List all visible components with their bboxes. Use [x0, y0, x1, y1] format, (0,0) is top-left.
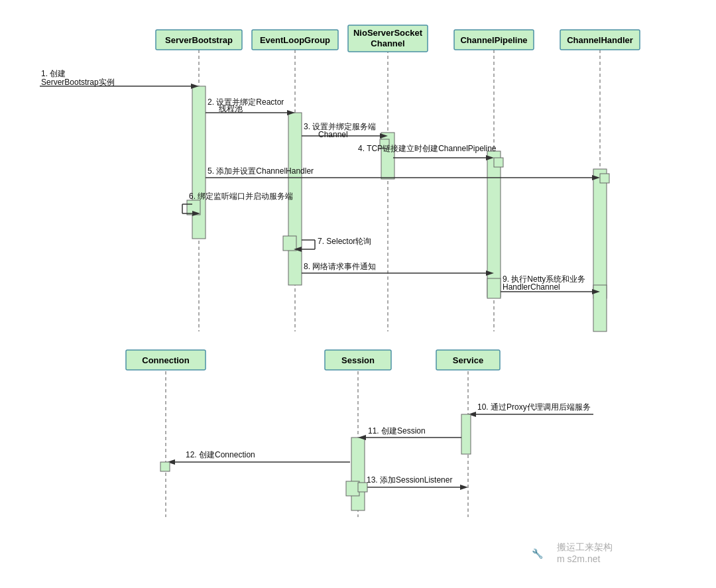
watermark-icon: 🔧	[532, 548, 544, 559]
actor-serverbootstrap-label: ServerBootstrap	[165, 35, 233, 45]
actor-service-label: Service	[453, 355, 483, 365]
cp-create-box	[494, 158, 503, 167]
actor-nioserversocketchannel-label2: Channel	[371, 38, 404, 48]
sess-listener-box	[358, 483, 367, 492]
activation-sess	[351, 438, 365, 510]
activation-sbs-main	[192, 86, 206, 239]
msg13-label: 13. 添加SessionListener	[367, 475, 452, 485]
activation-sess-self	[346, 481, 359, 496]
watermark-text2: m s2m.net	[557, 554, 600, 564]
sequence-diagram: ServerBootstrap EventLoopGroup NioServer…	[0, 0, 716, 588]
actor-connection-label: Connection	[142, 355, 190, 365]
actor-eventloopgroup-label: EventLoopGroup	[260, 35, 330, 45]
msg1-label2: ServerBootstrap实例	[41, 78, 115, 87]
msg12-label: 12. 创建Connection	[186, 450, 255, 459]
msg11-label: 11. 创建Session	[368, 426, 426, 436]
msg10-label: 10. 通过Proxy代理调用后端服务	[477, 402, 591, 412]
svc-activation	[461, 414, 471, 454]
actor-channelpipeline-label: ChannelPipeline	[460, 35, 527, 45]
watermark-text1: 搬运工来架构	[557, 542, 613, 552]
actor-session-label: Session	[341, 355, 375, 365]
msg8-label: 8. 网络请求事件通知	[304, 262, 376, 271]
actor-nioserversocketchannel-label1: NioServerSocket	[353, 28, 423, 38]
msg2-label2: 线程池	[219, 104, 243, 113]
msg4-label: 4. TCP链接建立时创建ChannelPipeline	[358, 144, 497, 153]
activation-cp	[487, 151, 501, 297]
msg7-label: 7. Selector轮询	[318, 237, 371, 246]
msg6-label: 6. 绑定监听端口并启动服务端	[189, 192, 293, 201]
activation-cp-lower	[487, 278, 501, 298]
conn-box	[160, 462, 170, 471]
ch-add-box	[600, 174, 609, 183]
msg5-label: 5. 添加并设置ChannelHandler	[208, 166, 314, 176]
msg9-label2: HandlerChannel	[503, 282, 560, 292]
msg3-label2: Channel	[318, 130, 348, 139]
activation-ch	[593, 169, 607, 298]
activation-elg-self	[283, 236, 296, 251]
actor-channelhandler-label: ChannelHandler	[567, 35, 633, 45]
msg1-label: 1. 创建	[41, 69, 66, 78]
